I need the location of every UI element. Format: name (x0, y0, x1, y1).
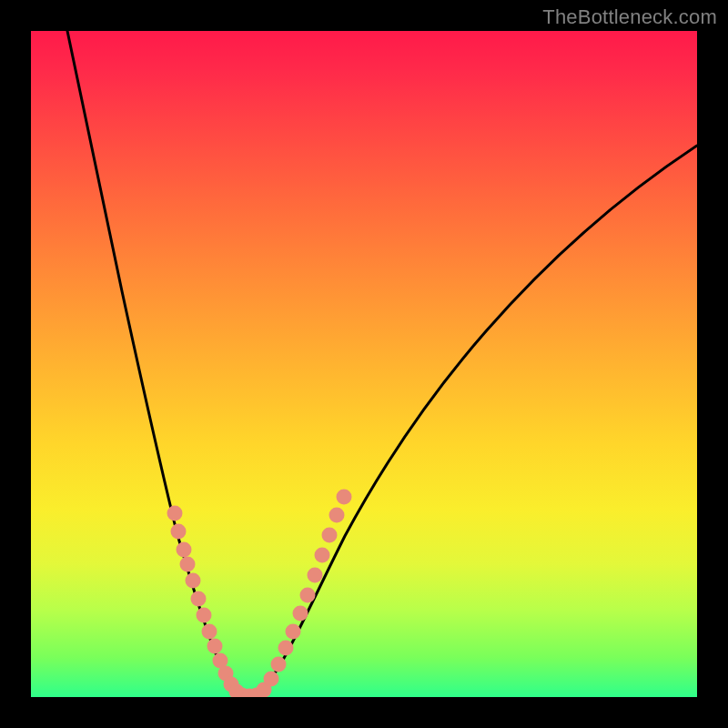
data-point (337, 490, 352, 505)
data-point (171, 524, 187, 540)
data-point (315, 548, 330, 563)
data-point (329, 508, 345, 523)
data-point (177, 542, 192, 558)
data-point (264, 672, 279, 687)
data-point (308, 568, 323, 583)
data-point (271, 657, 287, 672)
data-point (191, 592, 207, 607)
plot-area (31, 31, 697, 697)
data-point (186, 573, 201, 589)
data-point (300, 588, 316, 603)
curve-right-arm (254, 146, 697, 695)
watermark-text: TheBottleneck.com (542, 5, 717, 29)
data-point (207, 639, 223, 654)
data-point (322, 528, 338, 543)
data-point (286, 624, 301, 640)
curve-left-arm (67, 31, 245, 695)
datapoints-group (167, 490, 352, 698)
data-point (180, 557, 196, 572)
data-point (167, 506, 183, 521)
data-point (278, 641, 294, 656)
data-point (197, 608, 212, 623)
data-point (202, 624, 217, 640)
chart-frame: TheBottleneck.com (0, 0, 728, 728)
data-point (293, 606, 308, 622)
chart-svg (31, 31, 697, 697)
